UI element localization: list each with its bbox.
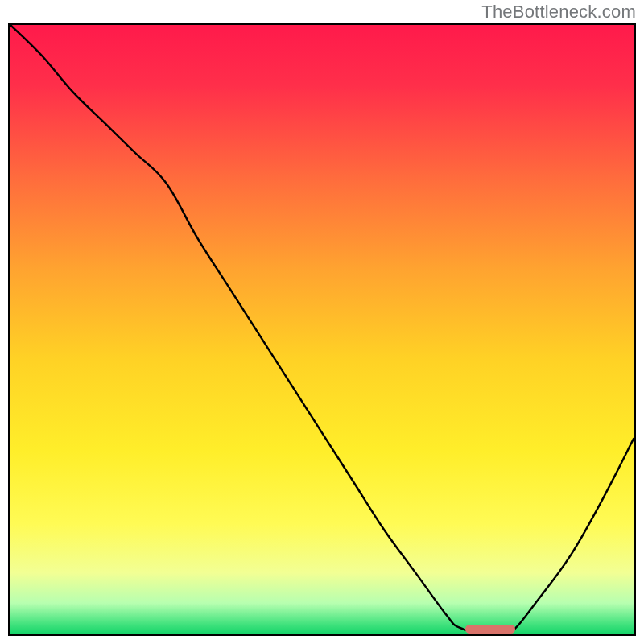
optimal-range-marker xyxy=(465,625,515,634)
bottleneck-curve xyxy=(10,25,634,634)
chart-frame xyxy=(8,23,636,636)
watermark-text: TheBottleneck.com xyxy=(481,2,636,23)
